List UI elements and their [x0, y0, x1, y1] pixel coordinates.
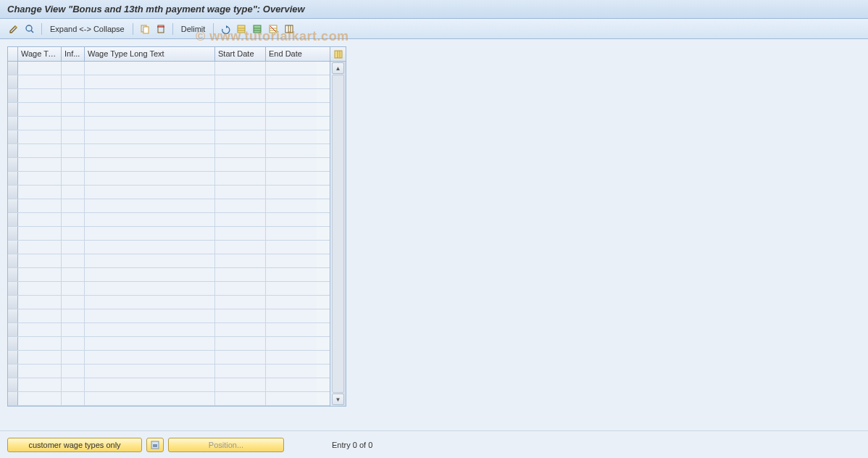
- cell-infotype[interactable]: [62, 268, 85, 281]
- cell-end-date[interactable]: [266, 337, 317, 350]
- cell-start-date[interactable]: [215, 213, 266, 226]
- cell-infotype[interactable]: [62, 323, 85, 336]
- cell-start-date[interactable]: [215, 172, 266, 185]
- row-selector[interactable]: [8, 103, 18, 116]
- cell-end-date[interactable]: [266, 227, 317, 240]
- cell-start-date[interactable]: [215, 378, 266, 391]
- row-selector[interactable]: [8, 62, 18, 75]
- column-config-icon[interactable]: [283, 22, 296, 36]
- cell-infotype[interactable]: [62, 227, 85, 240]
- row-selector[interactable]: [8, 130, 18, 143]
- table-row[interactable]: [8, 296, 330, 309]
- table-row[interactable]: [8, 351, 330, 365]
- cell-start-date[interactable]: [215, 337, 266, 350]
- table-row[interactable]: [8, 75, 330, 89]
- cell-long-text[interactable]: [85, 103, 215, 116]
- row-selector[interactable]: [8, 144, 18, 157]
- cell-wage-type[interactable]: [18, 158, 62, 171]
- cell-end-date[interactable]: [266, 268, 317, 281]
- cell-wage-type[interactable]: [18, 323, 62, 336]
- cell-infotype[interactable]: [62, 186, 85, 199]
- cell-long-text[interactable]: [85, 296, 215, 309]
- cell-wage-type[interactable]: [18, 268, 62, 281]
- row-selector[interactable]: [8, 241, 18, 254]
- delimit-label[interactable]: Delimit: [178, 25, 209, 33]
- cell-end-date[interactable]: [266, 172, 317, 185]
- cell-wage-type[interactable]: [18, 378, 62, 391]
- cell-infotype[interactable]: [62, 241, 85, 254]
- table-row[interactable]: [8, 282, 330, 296]
- cell-long-text[interactable]: [85, 392, 215, 405]
- cell-long-text[interactable]: [85, 158, 215, 171]
- table-row[interactable]: [8, 89, 330, 103]
- cell-infotype[interactable]: [62, 172, 85, 185]
- cell-start-date[interactable]: [215, 144, 266, 157]
- table-row[interactable]: [8, 144, 330, 158]
- cell-wage-type[interactable]: [18, 62, 62, 75]
- cell-long-text[interactable]: [85, 323, 215, 336]
- row-selector[interactable]: [8, 392, 18, 405]
- row-selector[interactable]: [8, 172, 18, 185]
- cell-start-date[interactable]: [215, 158, 266, 171]
- row-selector[interactable]: [8, 296, 18, 309]
- cell-wage-type[interactable]: [18, 241, 62, 254]
- cell-end-date[interactable]: [266, 378, 317, 391]
- cell-long-text[interactable]: [85, 62, 215, 75]
- table-settings-icon[interactable]: [330, 47, 346, 62]
- select-block-icon[interactable]: [251, 22, 264, 36]
- cell-wage-type[interactable]: [18, 392, 62, 405]
- cell-infotype[interactable]: [62, 392, 85, 405]
- col-infotype[interactable]: Inf...: [62, 47, 85, 61]
- cell-infotype[interactable]: [62, 351, 85, 364]
- cell-infotype[interactable]: [62, 75, 85, 88]
- cell-wage-type[interactable]: [18, 117, 62, 130]
- details-icon[interactable]: [23, 22, 36, 36]
- cell-start-date[interactable]: [215, 282, 266, 295]
- cell-wage-type[interactable]: [18, 186, 62, 199]
- table-row[interactable]: [8, 186, 330, 199]
- cell-start-date[interactable]: [215, 199, 266, 212]
- table-row[interactable]: [8, 254, 330, 268]
- cell-infotype[interactable]: [62, 296, 85, 309]
- cell-start-date[interactable]: [215, 392, 266, 405]
- cell-long-text[interactable]: [85, 309, 215, 322]
- cell-long-text[interactable]: [85, 130, 215, 143]
- cell-start-date[interactable]: [215, 89, 266, 102]
- cell-long-text[interactable]: [85, 254, 215, 267]
- table-row[interactable]: [8, 227, 330, 241]
- col-end-date[interactable]: End Date: [266, 47, 317, 61]
- cell-start-date[interactable]: [215, 227, 266, 240]
- cell-infotype[interactable]: [62, 365, 85, 378]
- row-selector[interactable]: [8, 268, 18, 281]
- cell-end-date[interactable]: [266, 241, 317, 254]
- cell-long-text[interactable]: [85, 75, 215, 88]
- cell-end-date[interactable]: [266, 62, 317, 75]
- row-selector[interactable]: [8, 199, 18, 212]
- cell-wage-type[interactable]: [18, 296, 62, 309]
- row-selector[interactable]: [8, 337, 18, 350]
- cell-long-text[interactable]: [85, 241, 215, 254]
- row-selector[interactable]: [8, 75, 18, 88]
- col-long-text[interactable]: Wage Type Long Text: [85, 47, 215, 61]
- delete-icon[interactable]: [154, 22, 167, 36]
- change-icon[interactable]: [7, 22, 20, 36]
- row-selector[interactable]: [8, 117, 18, 130]
- cell-end-date[interactable]: [266, 130, 317, 143]
- copy-icon[interactable]: [138, 22, 151, 36]
- cell-infotype[interactable]: [62, 89, 85, 102]
- cell-infotype[interactable]: [62, 130, 85, 143]
- row-selector[interactable]: [8, 323, 18, 336]
- cell-end-date[interactable]: [266, 186, 317, 199]
- cell-start-date[interactable]: [215, 365, 266, 378]
- cell-wage-type[interactable]: [18, 144, 62, 157]
- cell-long-text[interactable]: [85, 351, 215, 364]
- cell-wage-type[interactable]: [18, 309, 62, 322]
- cell-end-date[interactable]: [266, 199, 317, 212]
- cell-wage-type[interactable]: [18, 75, 62, 88]
- scroll-track[interactable]: [332, 75, 344, 393]
- cell-start-date[interactable]: [215, 241, 266, 254]
- cell-end-date[interactable]: [266, 144, 317, 157]
- cell-long-text[interactable]: [85, 337, 215, 350]
- cell-infotype[interactable]: [62, 144, 85, 157]
- cell-wage-type[interactable]: [18, 351, 62, 364]
